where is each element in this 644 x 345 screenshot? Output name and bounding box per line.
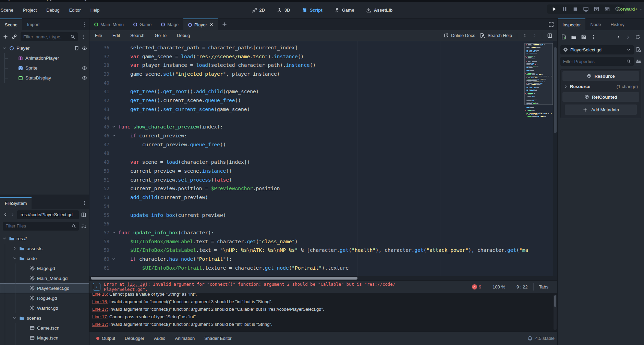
expander-icon[interactable]	[2, 236, 7, 241]
code-line[interactable]: 37 var game_scene = load("res://scenes/G…	[89, 52, 557, 61]
code-line[interactable]: 50 current_preview = scene.instance()	[89, 167, 557, 175]
fs-item-code[interactable]: code	[0, 254, 89, 263]
workspace-tab-script[interactable]: Script	[298, 5, 327, 15]
property-tools-icon[interactable]	[636, 59, 641, 64]
fs-item-mage-gd[interactable]: Mage.gd	[0, 263, 89, 273]
instance-scene-icon[interactable]	[12, 34, 17, 39]
scene-node-statsdisplay[interactable]: StatsDisplay	[0, 73, 89, 83]
tab-node[interactable]: Node	[585, 19, 606, 30]
code-line[interactable]: 38 var player_instance = load(selected_c…	[89, 61, 557, 70]
current-path[interactable]: res://code/PlayerSelect.gd	[17, 210, 79, 219]
menu-help[interactable]: Help	[86, 5, 104, 15]
fs-item-main-menu-tscn[interactable]: Main_Menu.tscn	[0, 343, 89, 345]
add-metadata-button[interactable]: Add Metadata	[565, 104, 637, 115]
scene-node-player[interactable]: Player	[0, 43, 89, 53]
script-icon[interactable]	[74, 46, 79, 51]
fs-item-res-[interactable]: res://	[0, 234, 89, 244]
load-resource-icon[interactable]	[571, 34, 576, 40]
new-script-icon[interactable]	[222, 22, 227, 27]
script-menu-go-to[interactable]: Go To	[154, 32, 167, 39]
bottom-panel-audio[interactable]: Audio	[150, 334, 169, 343]
script-menu-file[interactable]: File	[94, 32, 103, 39]
code-line[interactable]: 41 get_tree().get_root().add_child(game_…	[89, 87, 557, 96]
code-line[interactable]: 42 get_tree().current_scene.queue_free()	[89, 96, 557, 105]
code-line[interactable]: 48	[89, 149, 557, 158]
scene-tree-options-icon[interactable]	[81, 34, 86, 39]
error-count[interactable]: 9	[466, 284, 487, 289]
code-editor[interactable]: 36 selected_character_path = character_p…	[89, 41, 557, 276]
code-line[interactable]: 44	[89, 114, 557, 123]
code-line[interactable]: 59 $UI/InfoBox/StatsLabel.text = "\nHP: …	[89, 246, 557, 255]
code-line[interactable]: 40	[89, 78, 557, 87]
play-custom-scene-button[interactable]	[604, 6, 610, 12]
stop-button[interactable]	[572, 6, 578, 12]
fs-item-mage-tscn[interactable]: Mage.tscn	[0, 333, 89, 343]
fs-item-main-menu-gd[interactable]: Main_Menu.gd	[0, 273, 89, 283]
fs-item-rogue-gd[interactable]: Rogue.gd	[0, 293, 89, 303]
eye-icon[interactable]	[82, 75, 87, 81]
bottom-panel-output[interactable]: Output	[92, 334, 119, 343]
output-scrollbar[interactable]	[554, 295, 557, 330]
expander-icon[interactable]	[2, 46, 7, 51]
code-line[interactable]: 39 game_scene.set("injected_player", pla…	[89, 70, 557, 78]
scrollbar-handle[interactable]	[554, 295, 556, 307]
script-tab-mage[interactable]: Mage	[156, 19, 183, 30]
fs-item-warrior-gd[interactable]: Warrior.gd	[0, 303, 89, 313]
notification-bell-icon[interactable]	[527, 336, 533, 341]
output-line-link[interactable]: Line 17:	[92, 307, 108, 312]
search-help-button[interactable]: Search Help	[480, 33, 512, 38]
open-docs-icon[interactable]	[636, 47, 641, 52]
fs-item-scenes[interactable]: scenes	[0, 313, 89, 323]
zoom-level[interactable]: 100 %	[487, 284, 511, 289]
code-line[interactable]: 54	[89, 202, 557, 211]
menu-project[interactable]: Project	[19, 5, 41, 15]
tab-import[interactable]: Import	[22, 19, 45, 30]
code-line[interactable]: 55 update_info_box(current_preview)	[89, 211, 557, 220]
online-docs-button[interactable]: Online Docs	[443, 33, 475, 38]
fold-icon[interactable]	[112, 257, 116, 261]
sort-icon[interactable]	[81, 223, 86, 229]
output-line-link[interactable]: Line 17:	[92, 314, 108, 319]
indent-mode[interactable]: Tabs	[534, 284, 554, 289]
fold-icon[interactable]	[112, 134, 116, 138]
workspace-tab-2d[interactable]: 2D	[247, 5, 269, 15]
properties-filter-input[interactable]: Filter Properties	[560, 57, 634, 66]
scrollbar-handle[interactable]	[91, 277, 357, 280]
code-line[interactable]: 49 var scene = load(character_paths[inde…	[89, 158, 557, 167]
add-node-icon[interactable]	[3, 34, 8, 39]
dock-splitter[interactable]	[0, 195, 89, 197]
version-label[interactable]: 4.5.stable	[535, 336, 555, 341]
fs-item-playerselect-gd[interactable]: PlayerSelect.gd	[0, 283, 89, 293]
script-forward-icon[interactable]	[532, 33, 537, 38]
code-line[interactable]: 53 add_child(current_preview)	[89, 193, 557, 202]
code-minimap[interactable]	[524, 41, 553, 123]
output-line-link[interactable]: Line 17:	[92, 322, 108, 327]
scene-node-animationplayer[interactable]: AnimationPlayer	[0, 53, 89, 63]
workspace-tab-3d[interactable]: 3D	[272, 5, 294, 15]
eye-icon[interactable]	[82, 65, 87, 71]
script-menu-edit[interactable]: Edit	[112, 32, 121, 39]
filesystem-options-icon[interactable]	[82, 200, 87, 206]
history-back-icon[interactable]	[3, 212, 8, 217]
cursor-position[interactable]: 9 : 22	[511, 284, 533, 289]
script-menu-search[interactable]: Search	[130, 32, 145, 39]
menu-editor[interactable]: Editor	[65, 5, 85, 15]
split-mode-icon[interactable]	[81, 212, 86, 218]
fs-item-game-tscn[interactable]: Game.tscn	[0, 323, 89, 333]
new-resource-icon[interactable]	[561, 34, 567, 40]
code-scrollbar-horizontal[interactable]	[89, 276, 557, 280]
code-line[interactable]: 51 current_preview.set_process(false)	[89, 175, 557, 184]
scrollbar-handle[interactable]	[554, 47, 557, 133]
menu-debug[interactable]: Debug	[42, 5, 63, 15]
code-line[interactable]: 58 $UI/InfoBox/NameLabel.text = characte…	[89, 237, 557, 246]
expander-icon[interactable]	[12, 246, 17, 251]
workspace-tab-game[interactable]: Game	[330, 5, 359, 15]
fold-icon[interactable]	[112, 231, 116, 235]
object-history-icon[interactable]	[635, 34, 641, 40]
bottom-panel-debugger[interactable]: Debugger	[121, 334, 148, 343]
script-tab-player[interactable]: Player	[183, 19, 218, 30]
distraction-free-icon[interactable]	[548, 22, 554, 27]
fs-item-assests[interactable]: assests	[0, 244, 89, 254]
tab-scene[interactable]: Scene	[0, 19, 22, 30]
remote-debug-button[interactable]	[583, 6, 589, 12]
